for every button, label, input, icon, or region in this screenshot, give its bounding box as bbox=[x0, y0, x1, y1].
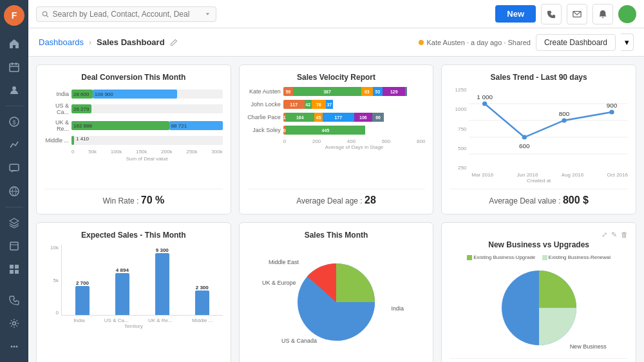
sidebar-item-calendar[interactable] bbox=[3, 57, 26, 77]
sales-trend-footer: Average Deal value : 800 $ bbox=[450, 189, 628, 206]
expand-icon[interactable]: ⤢ bbox=[601, 231, 607, 239]
svg-rect-9 bbox=[10, 270, 14, 274]
sales-velocity-footer: Average Deal age : 28 bbox=[247, 189, 426, 206]
pie-label-new-biz: New Business bbox=[570, 343, 607, 350]
breadcrumb-parent[interactable]: Dashboards bbox=[39, 37, 84, 47]
y-axis: 12501000750500250 bbox=[450, 87, 469, 171]
create-dashboard-dropdown-btn[interactable]: ▾ bbox=[621, 33, 634, 51]
bar-lost: 108 900 bbox=[93, 90, 177, 99]
breadcrumb-current: Sales Dashboard bbox=[97, 37, 165, 47]
svg-point-24 bbox=[562, 118, 567, 122]
bar-column bbox=[75, 286, 90, 315]
sidebar-item-dollar[interactable]: $ bbox=[3, 111, 26, 132]
new-business-footer: Count of Deals : 177 ⊞ ↺ ⬇ bbox=[450, 358, 628, 363]
sales-this-month-title: Sales This Month bbox=[247, 231, 426, 240]
pie-label-uk: UK & Europe bbox=[262, 280, 296, 286]
bar-column bbox=[115, 273, 129, 315]
pie-svg-2 bbox=[494, 263, 584, 353]
sales-this-month-card: Sales This Month bbox=[239, 222, 434, 362]
phone-nav-btn[interactable] bbox=[541, 4, 562, 24]
footer-value: 28 bbox=[365, 195, 376, 205]
bar-axis: 050k100k150k200k250k300k bbox=[44, 149, 223, 155]
sidebar-item-grid[interactable] bbox=[3, 259, 26, 280]
seg: 66 bbox=[372, 113, 384, 122]
svg-rect-4 bbox=[10, 164, 19, 171]
seg: 445 bbox=[286, 126, 366, 135]
table-row: Charlie Pace 1 164 45 177 106 66 bbox=[247, 113, 426, 122]
pie-label-india: India bbox=[391, 305, 404, 312]
table-row: India 28 600 108 900 bbox=[44, 90, 223, 99]
sidebar-item-user[interactable] bbox=[3, 80, 26, 100]
bar-axis-label: Sum of Deal value bbox=[44, 156, 223, 162]
search-input[interactable] bbox=[53, 10, 202, 19]
x-axis-labels: IndiaUS & Ca...UK & Re...Middle ... bbox=[44, 318, 223, 323]
sidebar-item-phone[interactable] bbox=[3, 290, 26, 310]
deal-conversion-bars: India 28 600 108 900 US & Ca... 26 bbox=[44, 87, 223, 164]
breadcrumb-separator: › bbox=[89, 38, 91, 47]
edit-dashboard-icon[interactable] bbox=[170, 39, 178, 46]
search-icon bbox=[42, 10, 49, 18]
sales-velocity-card: Sales Velocity Report Kate Austen 59 387… bbox=[239, 64, 434, 214]
seg: 106 bbox=[354, 113, 373, 122]
bar-label: UK & Re... bbox=[44, 119, 69, 132]
seg: 59 bbox=[283, 87, 293, 96]
bar-track: 162 888 88 721 bbox=[71, 121, 223, 130]
seg: 53 bbox=[373, 87, 383, 96]
sidebar-item-settings[interactable] bbox=[3, 313, 26, 334]
seg: 164 bbox=[286, 113, 314, 122]
svg-rect-7 bbox=[10, 265, 14, 269]
new-business-legend: Existing Business-Upgrade Existing Busin… bbox=[450, 254, 628, 262]
deal-conversion-chart: India 28 600 108 900 US & Ca... 26 bbox=[44, 87, 223, 184]
seg: 117 bbox=[283, 100, 305, 109]
table-row: John Locke 117 42 76 37 bbox=[247, 100, 426, 109]
sidebar-item-layers[interactable] bbox=[3, 213, 26, 233]
bar-value: 2 300 bbox=[196, 285, 209, 291]
edit-icon[interactable]: ✎ bbox=[611, 231, 617, 239]
seg bbox=[405, 87, 406, 96]
bar-lost: 88 721 bbox=[169, 121, 223, 130]
sidebar-item-dots[interactable] bbox=[3, 336, 26, 357]
footer-value: 70 % bbox=[141, 195, 164, 205]
new-button[interactable]: New bbox=[495, 5, 536, 23]
stacked-bar: 0 445 bbox=[283, 126, 426, 135]
sidebar-item-message[interactable] bbox=[3, 158, 26, 178]
seg: 177 bbox=[323, 113, 354, 122]
sidebar-item-home[interactable] bbox=[3, 33, 26, 54]
svg-point-12 bbox=[11, 346, 13, 348]
bar-value: 9 300 bbox=[156, 247, 169, 253]
table-row: Middle ... 1 410 bbox=[44, 136, 223, 145]
svg-point-1 bbox=[12, 86, 16, 90]
bar-column bbox=[155, 253, 169, 315]
svg-text:$: $ bbox=[12, 119, 15, 126]
legend-item: Existing Business-Upgrade bbox=[467, 254, 535, 260]
bar-track: 1 410 bbox=[71, 136, 223, 145]
x-axis: Mar 2016Jun 2016Aug 2016Oct 2016 bbox=[450, 172, 628, 178]
sales-trend-chart: 12501000750500250 bbox=[450, 87, 628, 184]
svg-text:900: 900 bbox=[607, 102, 617, 109]
sidebar-item-chart[interactable] bbox=[3, 135, 26, 155]
bar-won: 162 888 bbox=[71, 121, 169, 130]
seg: 76 bbox=[312, 100, 326, 109]
app-logo[interactable]: F bbox=[4, 5, 24, 26]
search-box[interactable] bbox=[36, 6, 216, 22]
bar-label: India bbox=[44, 91, 69, 97]
footer-label: Win Rate : bbox=[102, 196, 138, 205]
main-content: New Dashboards › Sales Dashboard Kate Au… bbox=[28, 0, 644, 362]
table-row: UK & Re... 162 888 88 721 bbox=[44, 119, 223, 132]
email-nav-btn[interactable] bbox=[567, 4, 587, 24]
svg-rect-8 bbox=[15, 265, 19, 269]
user-avatar[interactable] bbox=[618, 5, 636, 23]
search-dropdown-icon[interactable] bbox=[205, 11, 211, 17]
delete-icon[interactable]: 🗑 bbox=[621, 231, 628, 239]
row-label: Jack Soley bbox=[247, 127, 281, 133]
seg: 42 bbox=[305, 100, 312, 109]
create-dashboard-btn[interactable]: Create Dashboard bbox=[536, 34, 616, 51]
stacked-bar: 59 387 63 53 129 bbox=[283, 87, 426, 96]
x-axis-title: Territory bbox=[44, 323, 223, 329]
line-chart-area: 1 000 600 800 900 bbox=[469, 87, 628, 171]
notifications-btn[interactable] bbox=[592, 4, 613, 24]
sidebar-item-box[interactable] bbox=[3, 236, 26, 256]
breadcrumb-bar: Dashboards › Sales Dashboard Kate Austen… bbox=[28, 28, 644, 57]
sidebar-item-globe[interactable] bbox=[3, 181, 26, 202]
seg: 129 bbox=[383, 87, 405, 96]
